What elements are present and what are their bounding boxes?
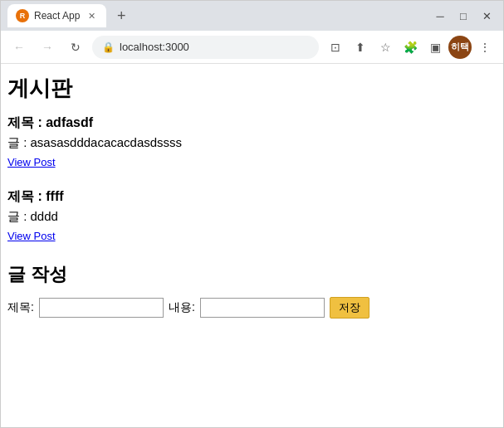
- post-item: 제목 : adfasdf 글 : asasasdddасасасdasdssss…: [7, 114, 497, 175]
- post-body-2: 글 : dddd: [7, 209, 497, 225]
- post-title-label-1: 제목 :: [7, 115, 46, 129]
- tab-area: R React App ✕ +: [7, 4, 427, 27]
- forward-button[interactable]: →: [36, 36, 59, 59]
- page-heading: 게시판: [7, 74, 497, 103]
- new-tab-button[interactable]: +: [110, 4, 133, 27]
- back-button[interactable]: ←: [7, 36, 31, 59]
- share-button[interactable]: ⬆: [349, 36, 372, 59]
- page-content: 게시판 제목 : adfasdf 글 : asasasdddасасасdasd…: [1, 64, 503, 427]
- bookmark-button[interactable]: ☆: [374, 36, 397, 59]
- restore-button[interactable]: □: [453, 6, 473, 26]
- minimize-button[interactable]: ─: [430, 6, 450, 26]
- post-body-value-1: asasasdddасасасdasdssss: [31, 135, 183, 149]
- sidebar-toggle[interactable]: ▣: [423, 36, 447, 59]
- post-body-label-2: 글 :: [7, 209, 31, 223]
- address-actions: ⊡ ⬆ ☆ 🧩 ▣ 히택 ⋮: [324, 36, 497, 59]
- content-input[interactable]: [200, 298, 325, 318]
- post-body-label-1: 글 :: [7, 135, 31, 149]
- tab-title: React App: [34, 10, 80, 22]
- save-button[interactable]: 저장: [330, 297, 369, 319]
- post-title-1: 제목 : adfasdf: [7, 114, 497, 132]
- cast-button[interactable]: ⊡: [324, 36, 347, 59]
- post-title-label-2: 제목 :: [7, 189, 46, 203]
- post-title-value-1: adfasdf: [46, 115, 93, 129]
- address-bar: ← → ↻ 🔒 localhost:3000 ⊡ ⬆ ☆ 🧩 ▣ 히택 ⋮: [1, 31, 503, 64]
- content-field-label: 내용:: [169, 300, 195, 315]
- tab-close-button[interactable]: ✕: [85, 9, 98, 22]
- tab-favicon: R: [16, 9, 29, 22]
- close-button[interactable]: ✕: [477, 6, 497, 26]
- refresh-button[interactable]: ↻: [64, 36, 87, 59]
- post-body-1: 글 : asasasdddасасасdasdssss: [7, 135, 497, 151]
- write-section-heading: 글 작성: [7, 262, 497, 287]
- profile-button[interactable]: 히택: [448, 36, 472, 59]
- url-text: localhost:3000: [120, 41, 189, 53]
- browser-tab[interactable]: R React App ✕: [7, 4, 106, 27]
- extension-button[interactable]: 🧩: [399, 36, 422, 59]
- post-title-2: 제목 : ffff: [7, 188, 497, 206]
- write-form: 제목: 내용: 저장: [7, 297, 497, 319]
- title-field-label: 제목:: [7, 300, 34, 315]
- title-input[interactable]: [39, 298, 164, 318]
- url-bar[interactable]: 🔒 localhost:3000: [92, 36, 319, 59]
- profile-initials: 히택: [451, 41, 469, 53]
- menu-button[interactable]: ⋮: [473, 36, 497, 59]
- browser-window: R React App ✕ + ─ □ ✕ ← → ↻ 🔒 localhost:…: [0, 0, 504, 428]
- window-controls: ─ □ ✕: [430, 6, 497, 26]
- title-bar: R React App ✕ + ─ □ ✕: [1, 1, 503, 31]
- post-title-value-2: ffff: [46, 189, 63, 203]
- post-item-2: 제목 : ffff 글 : dddd View Post: [7, 188, 497, 249]
- view-post-link-2[interactable]: View Post: [7, 230, 56, 242]
- view-post-link-1[interactable]: View Post: [7, 156, 56, 168]
- write-section: 글 작성 제목: 내용: 저장: [7, 262, 497, 319]
- post-body-value-2: dddd: [31, 209, 58, 223]
- lock-icon: 🔒: [102, 41, 115, 53]
